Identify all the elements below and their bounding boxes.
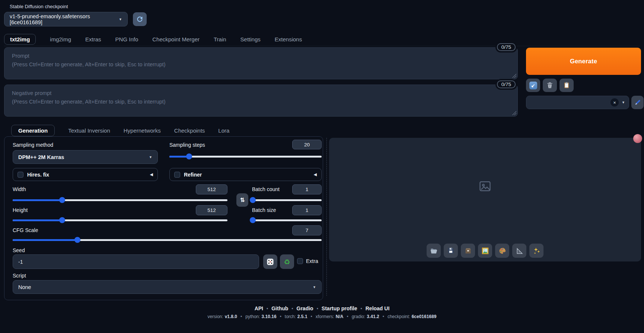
- sampling-steps-label: Sampling steps: [169, 142, 205, 148]
- extra-seed-option: Extra: [297, 258, 318, 264]
- paste-generation-params-button[interactable]: ↙: [526, 79, 540, 92]
- palette-icon: [498, 247, 506, 255]
- seed-input[interactable]: [13, 254, 259, 269]
- styles-input[interactable]: [530, 99, 608, 106]
- tab-png-info[interactable]: PNG Info: [115, 36, 138, 42]
- chevron-down-icon: ▼: [149, 155, 152, 159]
- upscale-button[interactable]: [529, 244, 543, 258]
- extra-seed-checkbox[interactable]: [297, 258, 303, 264]
- main-tab-bar: txt2imgimg2imgExtrasPNG InfoCheckpoint M…: [4, 33, 640, 46]
- tab-extensions[interactable]: Extensions: [275, 36, 302, 42]
- subtab-checkpoints[interactable]: Checkpoints: [174, 127, 205, 134]
- edit-styles-button[interactable]: [631, 96, 644, 109]
- send-to-inpaint-button[interactable]: [495, 244, 509, 258]
- footer-link-api[interactable]: API: [255, 305, 263, 311]
- negative-prompt-box: [4, 85, 518, 117]
- generate-button[interactable]: Generate: [526, 48, 641, 75]
- tab-txt2img[interactable]: txt2img: [4, 34, 36, 45]
- prompt-box: [4, 47, 518, 79]
- height-slider[interactable]: [13, 217, 227, 223]
- subtab-generation[interactable]: Generation: [11, 125, 55, 136]
- sampling-method-dropdown[interactable]: DPM++ 2M Karras ▼: [13, 150, 158, 164]
- hires-fix-checkbox[interactable]: [17, 172, 23, 178]
- footer-link-gradio[interactable]: Gradio: [297, 305, 313, 311]
- save-zip-button[interactable]: [461, 244, 475, 258]
- bullet-separator: •: [277, 314, 285, 319]
- recycle-icon: ♻: [284, 258, 290, 266]
- batch-count-slider[interactable]: [252, 197, 322, 203]
- version-value: 2.5.1: [297, 314, 307, 319]
- negative-prompt-token-counter: 0/75: [497, 80, 516, 88]
- prompt-token-counter: 0/75: [497, 43, 516, 51]
- footer-link-github[interactable]: Github: [271, 305, 288, 311]
- batch-size-value[interactable]: [292, 205, 322, 215]
- styles-dropdown[interactable]: × ▼: [526, 96, 629, 109]
- refresh-checkpoints-button[interactable]: [133, 12, 147, 26]
- width-value[interactable]: [196, 184, 227, 194]
- negative-prompt-input[interactable]: [4, 85, 518, 117]
- checkpoint-dropdown[interactable]: v1-5-pruned-emaonly.safetensors [6ce0161…: [4, 12, 128, 26]
- bullet-separator: •: [237, 314, 245, 319]
- clipboard-icon: [563, 82, 570, 89]
- tab-settings[interactable]: Settings: [240, 36, 261, 42]
- subtab-lora[interactable]: Lora: [218, 127, 229, 134]
- batch-count-value[interactable]: [292, 184, 322, 194]
- footer-link-reload-ui[interactable]: Reload UI: [366, 305, 390, 311]
- script-dropdown[interactable]: None ▼: [13, 280, 322, 294]
- version-label: torch:: [285, 314, 296, 319]
- chevron-down-icon: ▼: [622, 101, 625, 104]
- trash-icon: [546, 82, 554, 89]
- footer-link-startup-profile[interactable]: Startup profile: [322, 305, 357, 311]
- bullet-separator: •: [288, 306, 296, 311]
- sampling-steps-slider[interactable]: [169, 153, 322, 160]
- bullet-separator: •: [379, 314, 388, 319]
- cfg-scale-slider[interactable]: [13, 237, 322, 243]
- prompt-tools: ↙: [526, 79, 574, 92]
- prompt-input[interactable]: [4, 47, 518, 79]
- hires-fix-accordion[interactable]: Hires. fix ◀: [13, 168, 158, 181]
- column-divider: [326, 138, 327, 296]
- send-to-img2img-button[interactable]: [478, 244, 492, 258]
- footer-version: version:v1.8.0•python:3.10.16•torch:2.5.…: [0, 314, 644, 319]
- floppy-disk-icon: [447, 247, 455, 254]
- subtab-textual-inversion[interactable]: Textual Inversion: [68, 127, 110, 134]
- extra-networks-tab-bar: GenerationTextual InversionHypernetworks…: [11, 124, 229, 137]
- swap-width-height-button[interactable]: ⇅: [236, 193, 248, 207]
- output-gallery: [329, 138, 641, 261]
- version-value: N/A: [336, 314, 344, 319]
- sampling-method-value: DPM++ 2M Karras: [18, 154, 64, 160]
- bullet-separator: •: [343, 314, 351, 319]
- random-seed-button[interactable]: [263, 254, 277, 269]
- batch-size-slider[interactable]: [252, 217, 322, 223]
- reuse-seed-button[interactable]: ♻: [280, 254, 294, 269]
- tab-extras[interactable]: Extras: [85, 36, 101, 42]
- resize-handle-icon[interactable]: [512, 74, 516, 78]
- save-image-button[interactable]: [444, 244, 458, 258]
- send-to-extras-button[interactable]: [512, 244, 526, 258]
- cfg-scale-value[interactable]: [292, 225, 322, 235]
- gallery-toolbar: [329, 244, 641, 258]
- sampling-steps-value[interactable]: [292, 140, 322, 149]
- tab-img2img[interactable]: img2img: [50, 36, 71, 42]
- refiner-accordion[interactable]: Refiner ◀: [169, 168, 322, 181]
- open-folder-icon: [430, 247, 438, 255]
- subtab-hypernetworks[interactable]: Hypernetworks: [124, 127, 161, 134]
- tab-train[interactable]: Train: [214, 36, 226, 42]
- triangular-ruler-icon: [516, 247, 523, 255]
- clear-styles-icon[interactable]: ×: [610, 98, 619, 107]
- width-slider[interactable]: [13, 197, 227, 203]
- refresh-icon: [136, 15, 144, 23]
- swap-arrows-icon: ⇅: [240, 197, 245, 203]
- apply-styles-button[interactable]: [559, 79, 574, 92]
- tab-checkpoint-merger[interactable]: Checkpoint Merger: [152, 36, 200, 42]
- open-folder-button[interactable]: [427, 244, 441, 258]
- resize-handle-icon[interactable]: [512, 111, 516, 115]
- cfg-scale-label: CFG Scale: [13, 227, 38, 233]
- refiner-checkbox[interactable]: [174, 172, 180, 178]
- checkpoint-value: v1-5-pruned-emaonly.safetensors [6ce0161…: [10, 13, 114, 25]
- version-label: gradio:: [352, 314, 366, 319]
- height-value[interactable]: [196, 205, 227, 215]
- collapse-left-icon: ◀: [150, 172, 153, 177]
- batch-size-label: Batch size: [252, 207, 276, 213]
- clear-prompt-button[interactable]: [543, 79, 557, 92]
